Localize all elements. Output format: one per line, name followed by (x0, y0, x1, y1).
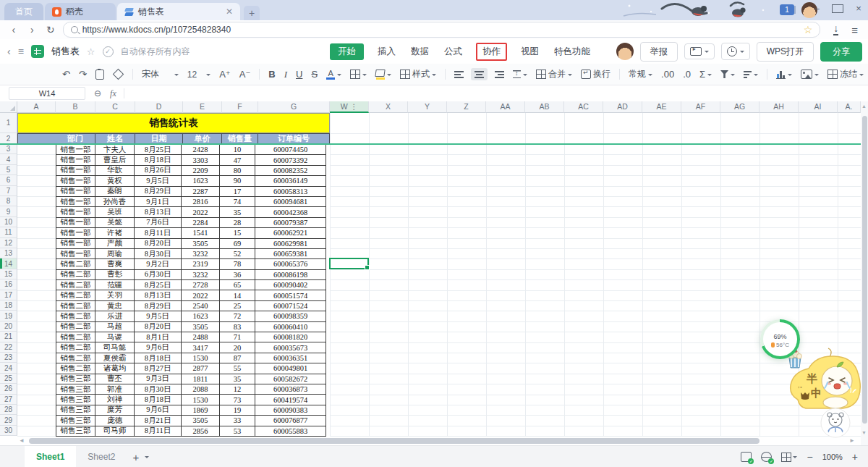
cell[interactable]: 53 (220, 426, 255, 437)
select-all-corner[interactable] (0, 101, 17, 113)
view-switch-button[interactable] (781, 453, 797, 462)
undo-icon[interactable]: ↶ (62, 69, 70, 80)
cell[interactable]: 郭准 (95, 384, 135, 395)
sheet-list-caret[interactable] (145, 456, 149, 460)
ribbon-tab-特色功能[interactable]: 特色功能 (553, 43, 592, 60)
back-chevron-icon[interactable]: ‹ (7, 46, 11, 57)
freeze-panes-button[interactable]: 冻结 (827, 68, 864, 80)
cell[interactable]: 2284 (182, 218, 220, 228)
cell[interactable]: 8月20日 (135, 239, 182, 249)
row-header-20[interactable]: 20 (0, 321, 17, 332)
cell[interactable]: 吴懿 (95, 218, 135, 228)
scroll-up-arrow[interactable]: ▲ (861, 104, 867, 109)
cell[interactable]: 刘禅 (95, 395, 135, 405)
cell[interactable]: 20 (220, 342, 255, 353)
cell[interactable]: 关羽 (95, 290, 135, 300)
cell[interactable]: 销售一部 (56, 228, 95, 238)
cell[interactable]: 2428 (182, 145, 220, 155)
column-header-AE[interactable]: AE (642, 101, 681, 113)
cell[interactable]: 夏侯霸 (95, 353, 135, 363)
cell[interactable]: 黄忠 (95, 301, 135, 311)
table-header-订单编号[interactable]: 订单编号 (258, 134, 330, 143)
cell[interactable]: 1869 (182, 405, 220, 416)
cell[interactable]: 销售三部 (56, 395, 95, 405)
row-header-25[interactable]: 25 (0, 374, 17, 384)
font-size-select[interactable]: 12 (187, 70, 210, 80)
chart-button[interactable] (776, 70, 792, 79)
column-header-B[interactable]: B (56, 101, 95, 113)
ribbon-tab-协作[interactable]: 协作 (476, 43, 507, 61)
wrap-text-button[interactable]: 换行 (581, 68, 610, 80)
font-name-select[interactable]: 宋体 (142, 68, 179, 80)
cell[interactable]: 600086198 (255, 270, 326, 280)
sheet-status-icon[interactable] (741, 452, 752, 462)
align-center-button[interactable] (471, 68, 488, 80)
row-header-9[interactable]: 9 (0, 206, 17, 216)
cell[interactable]: 600076877 (255, 416, 326, 426)
selected-cell-W14[interactable] (329, 258, 369, 269)
row-header-8[interactable]: 8 (0, 196, 17, 206)
cell[interactable]: 9月1日 (135, 197, 182, 207)
merge-cells-button[interactable]: 合并 (536, 68, 572, 80)
increase-decimal-icon[interactable]: .00 (661, 69, 674, 80)
cell[interactable]: 8月11日 (135, 228, 182, 238)
cell[interactable]: 1530 (182, 395, 220, 405)
cell[interactable]: 6月30日 (135, 270, 182, 280)
open-in-wps-button[interactable]: WPS打开 (757, 42, 814, 62)
table-header-部门[interactable]: 部门 (56, 134, 95, 143)
autosum-button[interactable]: Σ (699, 69, 712, 80)
cell[interactable]: 1623 (182, 176, 220, 186)
cell[interactable]: 2816 (182, 197, 220, 207)
cell[interactable]: 2856 (182, 426, 220, 437)
scroll-down-arrow[interactable]: ▼ (861, 430, 867, 435)
cell[interactable]: 销售一部 (56, 197, 95, 207)
row-header-16[interactable]: 16 (0, 279, 17, 290)
zoom-level[interactable]: 100% (822, 453, 843, 461)
column-header-F[interactable]: F (222, 101, 258, 113)
cell[interactable]: 600659381 (255, 249, 326, 259)
cell[interactable]: 600049801 (255, 363, 326, 374)
cell[interactable]: 600074450 (255, 145, 326, 155)
cell[interactable]: 600058313 (255, 187, 326, 197)
table-header-销售量[interactable]: 销售量 (222, 134, 258, 143)
url-text[interactable]: https://www.kdocs.cn/p/107254828340 (82, 25, 231, 35)
row-header-14[interactable]: 14 (0, 258, 17, 269)
column-header-AA[interactable]: AA (486, 101, 525, 113)
cell[interactable]: 600036873 (255, 384, 326, 395)
notification-badge[interactable]: 1 (780, 4, 794, 15)
align-right-button[interactable] (495, 70, 504, 78)
cell[interactable]: 3505 (182, 239, 220, 249)
cell[interactable]: 销售二部 (56, 270, 95, 280)
cell[interactable]: 销售一部 (56, 155, 95, 165)
cell[interactable]: 9月6日 (135, 405, 182, 416)
column-header-AG[interactable]: AG (720, 101, 760, 113)
cell[interactable]: 90 (220, 176, 255, 186)
cell[interactable]: 35 (220, 207, 255, 217)
vertical-align-button[interactable] (513, 70, 527, 78)
cell[interactable]: 销售三部 (56, 374, 95, 384)
cell[interactable]: 47 (220, 155, 255, 165)
column-header-Y[interactable]: Y (408, 101, 447, 113)
column-header-Z[interactable]: Z (447, 101, 486, 113)
formula-input[interactable] (124, 85, 868, 101)
cell[interactable]: 2088 (182, 384, 220, 395)
redo-icon[interactable]: ↷ (79, 69, 87, 80)
row-header-7[interactable]: 7 (0, 186, 17, 196)
cell[interactable]: 600419574 (255, 395, 326, 405)
cell[interactable]: 销售三部 (56, 416, 95, 426)
cell[interactable]: 8月25日 (135, 145, 182, 155)
meeting-button[interactable] (684, 43, 715, 59)
row-header-18[interactable]: 18 (0, 300, 17, 311)
column-header-E[interactable]: E (183, 101, 222, 113)
cell[interactable]: 2319 (182, 259, 220, 269)
cell[interactable]: 9月2日 (135, 259, 182, 269)
cell[interactable]: 马谡 (95, 332, 135, 342)
cell[interactable]: 83 (220, 322, 255, 332)
table-header-单价[interactable]: 单价 (183, 134, 222, 143)
format-painter-icon[interactable] (113, 69, 124, 80)
cell[interactable]: 孙尚香 (95, 197, 135, 207)
cell[interactable]: 72 (220, 311, 255, 321)
font-color-button[interactable]: A (326, 70, 341, 80)
cell[interactable]: 7月6日 (135, 218, 182, 228)
cell[interactable]: 2022 (182, 290, 220, 300)
